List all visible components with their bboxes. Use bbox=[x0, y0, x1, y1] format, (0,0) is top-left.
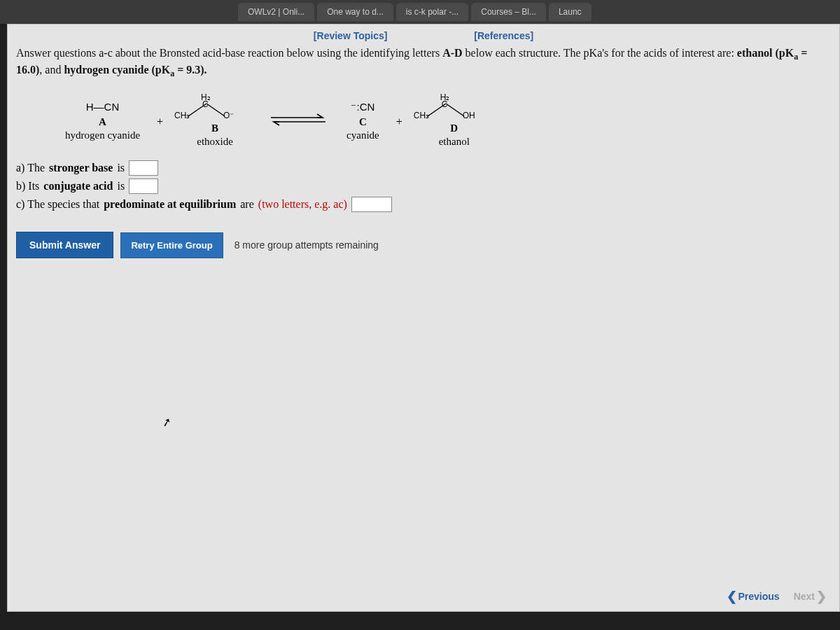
references-link[interactable]: [References] bbox=[474, 30, 533, 41]
chevron-right-icon: ❯ bbox=[816, 590, 827, 603]
instr-part: below each structure. The pKa's for the … bbox=[463, 47, 737, 59]
label-ch3: CH₃ bbox=[414, 111, 429, 121]
cursor-icon: ➚ bbox=[160, 415, 172, 430]
qc-pre: c) The species that bbox=[16, 198, 99, 211]
letter-b: B bbox=[180, 122, 250, 135]
next-button: Next ❯ bbox=[794, 590, 827, 603]
tab-one-way[interactable]: One way to d... bbox=[317, 3, 393, 21]
instruction-text: Answer questions a-c about the Bronsted … bbox=[16, 46, 831, 80]
label-ch3: CH₃ bbox=[174, 111, 190, 121]
name-hydrogen-cyanide: hydrogen cyanide bbox=[65, 129, 140, 142]
tab-owlv2[interactable]: OWLv2 | Onli... bbox=[238, 3, 314, 21]
label-oh: OH bbox=[463, 111, 475, 121]
instr-hcn-word: hydrogen cyanide (pK bbox=[64, 64, 170, 76]
instr-and: , and bbox=[39, 64, 64, 76]
species-a: H—CN A hydrogen cyanide bbox=[65, 101, 140, 141]
attempts-remaining: 8 more group attempts remaining bbox=[234, 239, 379, 251]
name-cyanide: cyanide bbox=[346, 129, 379, 142]
letter-d: D bbox=[419, 122, 489, 135]
species-c: ⁻:CN C cyanide bbox=[346, 101, 379, 141]
footer-nav: ❮ Previous Next ❯ bbox=[727, 590, 827, 603]
svg-line-5 bbox=[446, 104, 464, 116]
letter-c: C bbox=[346, 115, 379, 129]
answer-b-input[interactable] bbox=[129, 178, 158, 194]
instr-bold-ad: A-D bbox=[442, 47, 462, 59]
tab-launc[interactable]: Launc bbox=[549, 3, 592, 21]
question-b: b) Its conjugate acid is bbox=[16, 178, 831, 194]
question-c: c) The species that predominate at equil… bbox=[16, 197, 831, 212]
letter-a: A bbox=[65, 115, 140, 129]
label-c: C bbox=[442, 99, 448, 110]
label-o-minus: O⁻ bbox=[223, 111, 234, 121]
previous-button[interactable]: ❮ Previous bbox=[727, 590, 780, 603]
plus-sign: + bbox=[396, 115, 402, 128]
structure-ethoxide: CH₃ H₂ C O⁻ bbox=[180, 95, 250, 120]
qa-post: is bbox=[117, 162, 125, 174]
qc-bold: predominate at equilibrium bbox=[104, 198, 236, 211]
qc-post: are bbox=[240, 198, 254, 211]
structure-cyanide: ⁻:CN bbox=[346, 101, 379, 114]
qa-bold: stronger base bbox=[49, 162, 113, 174]
tab-ck-polar[interactable]: is c-k polar -... bbox=[396, 3, 468, 21]
tab-courses[interactable]: Courses – Bl... bbox=[471, 3, 546, 21]
top-links: [Review Topics] [References] bbox=[16, 30, 831, 41]
question-a: a) The stronger base is bbox=[16, 160, 831, 176]
reaction-row: H—CN A hydrogen cyanide + CH₃ H₂ C O⁻ B bbox=[65, 95, 831, 148]
svg-line-1 bbox=[206, 104, 225, 116]
screen-frame: OWLv2 | Onli... One way to d... is c-k p… bbox=[0, 0, 840, 630]
submit-answer-button[interactable]: Submit Answer bbox=[16, 232, 113, 258]
answer-a-input[interactable] bbox=[129, 160, 158, 176]
instr-eth-word: ethanol (pK bbox=[737, 47, 794, 59]
retry-group-button[interactable]: Retry Entire Group bbox=[120, 232, 223, 258]
species-d: CH₃ H₂ C OH D ethanol bbox=[419, 95, 489, 148]
qb-bold: conjugate acid bbox=[43, 180, 113, 192]
label-c: C bbox=[202, 99, 209, 110]
species-b: CH₃ H₂ C O⁻ B ethoxide bbox=[180, 95, 250, 148]
chevron-left-icon: ❮ bbox=[727, 590, 737, 603]
previous-label: Previous bbox=[738, 591, 780, 602]
question-panel: [Review Topics] [References] Answer ques… bbox=[7, 24, 840, 612]
qb-pre: b) Its bbox=[16, 180, 39, 192]
answer-c-input[interactable] bbox=[351, 197, 392, 212]
next-label: Next bbox=[794, 591, 815, 602]
browser-tabs-bar: OWLv2 | Onli... One way to d... is c-k p… bbox=[0, 0, 840, 24]
structure-ethanol: CH₃ H₂ C OH bbox=[419, 95, 489, 120]
qc-hint: (two letters, e.g. ac) bbox=[258, 198, 347, 211]
plus-sign: + bbox=[157, 115, 163, 128]
structure-hcn: H—CN bbox=[65, 101, 140, 114]
name-ethoxide: ethoxide bbox=[180, 135, 250, 148]
equilibrium-arrow-icon bbox=[267, 113, 330, 130]
instr-part: Answer questions a-c about the Bronsted … bbox=[16, 47, 442, 59]
name-ethanol: ethanol bbox=[419, 135, 489, 148]
instr-hcn: hydrogen cyanide (pKa = 9.3). bbox=[64, 64, 206, 76]
instr-hcn-eq: = 9.3). bbox=[174, 64, 206, 76]
button-row: Submit Answer Retry Entire Group 8 more … bbox=[16, 232, 831, 258]
qb-post: is bbox=[117, 180, 125, 192]
qa-pre: a) The bbox=[16, 162, 45, 174]
review-topics-link[interactable]: [Review Topics] bbox=[314, 30, 388, 41]
